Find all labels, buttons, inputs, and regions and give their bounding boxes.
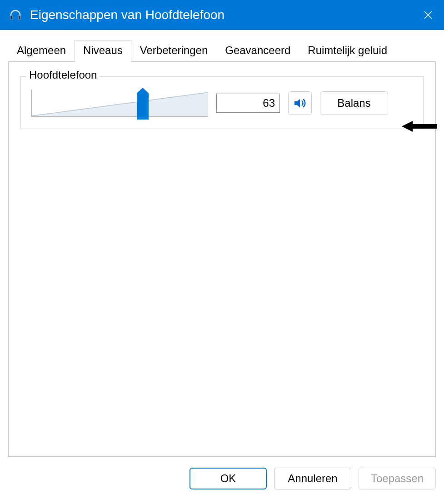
volume-slider-thumb[interactable] <box>137 93 149 120</box>
cancel-button[interactable]: Annuleren <box>274 468 351 489</box>
apply-button[interactable]: Toepassen <box>359 468 436 489</box>
dialog-button-row: OK Annuleren Toepassen <box>0 468 444 498</box>
tab-algemeen[interactable]: Algemeen <box>8 40 75 61</box>
close-icon <box>423 10 434 20</box>
balance-button[interactable]: Balans <box>320 91 388 115</box>
headphone-icon <box>6 6 25 24</box>
tab-panel-niveaus: Hoofdtelefoon <box>8 61 436 457</box>
ok-button[interactable]: OK <box>190 468 267 489</box>
group-hoofdtelefoon: Hoofdtelefoon <box>20 76 424 129</box>
tab-verbeteringen[interactable]: Verbeteringen <box>131 40 216 61</box>
tab-ruimtelijk-geluid[interactable]: Ruimtelijk geluid <box>299 40 396 61</box>
close-button[interactable] <box>412 0 444 30</box>
tab-geavanceerd[interactable]: Geavanceerd <box>216 40 299 61</box>
group-title: Hoofdtelefoon <box>26 69 100 81</box>
mute-button[interactable] <box>288 91 312 115</box>
svg-rect-0 <box>10 15 13 20</box>
window-title: Eigenschappen van Hoofdtelefoon <box>30 8 412 22</box>
tab-niveaus[interactable]: Niveaus <box>75 40 131 62</box>
tab-bar: Algemeen Niveaus Verbeteringen Geavancee… <box>8 40 436 61</box>
svg-rect-1 <box>18 15 20 20</box>
volume-value-input[interactable] <box>216 94 280 113</box>
volume-slider[interactable] <box>31 90 208 117</box>
speaker-icon <box>293 96 307 110</box>
titlebar: Eigenschappen van Hoofdtelefoon <box>0 0 444 30</box>
